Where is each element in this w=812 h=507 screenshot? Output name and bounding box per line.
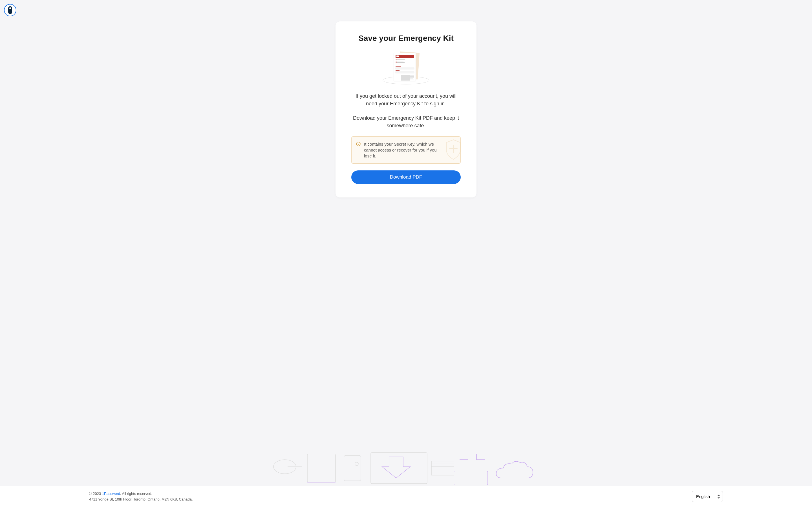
svg-rect-4: [396, 55, 399, 57]
card-title: Save your Emergency Kit: [351, 34, 461, 43]
svg-rect-17: [410, 75, 414, 76]
svg-point-5: [396, 59, 397, 60]
language-select[interactable]: English: [692, 491, 723, 502]
svg-rect-12: [396, 66, 401, 67]
svg-rect-26: [307, 454, 336, 482]
svg-rect-20: [410, 78, 413, 78]
brand-link[interactable]: 1Password: [102, 492, 120, 496]
svg-rect-13: [396, 68, 414, 69]
svg-rect-11: [396, 65, 414, 65]
svg-point-7: [396, 61, 397, 62]
download-pdf-button[interactable]: Download PDF: [351, 170, 461, 184]
app-logo: [4, 4, 16, 16]
page-footer: © 2023 1Password. All rights reserved. 4…: [0, 486, 812, 507]
svg-rect-27: [344, 455, 361, 481]
main-content: Save your Emergency Kit: [0, 0, 812, 231]
svg-point-23: [358, 143, 359, 144]
svg-rect-16: [401, 75, 410, 80]
svg-rect-18: [410, 76, 414, 77]
document-illustration: [351, 51, 461, 84]
background-decoration: [0, 451, 812, 485]
emergency-kit-card: Save your Emergency Kit: [336, 21, 476, 198]
footer-language: English: [692, 491, 812, 502]
info-icon: [356, 142, 361, 146]
svg-rect-15: [396, 71, 414, 73]
info-text: It contains your Secret Key, which we ca…: [364, 141, 444, 159]
footer-address: 4711 Yonge St, 10th Floor, Toronto, Onta…: [89, 497, 193, 502]
svg-rect-30: [432, 461, 454, 475]
svg-point-25: [273, 460, 296, 474]
copyright-suffix: . All rights reserved.: [120, 492, 152, 496]
svg-rect-10: [397, 62, 405, 63]
logo-keyhole-icon: [8, 6, 12, 14]
svg-rect-6: [397, 59, 405, 60]
svg-rect-8: [397, 61, 403, 61]
svg-rect-29: [371, 453, 427, 484]
svg-point-28: [355, 462, 358, 466]
footer-copyright: © 2023 1Password. All rights reserved. 4…: [0, 491, 193, 502]
description-text-1: If you get locked out of your account, y…: [351, 93, 461, 108]
svg-rect-14: [396, 70, 400, 71]
svg-rect-19: [410, 77, 414, 78]
svg-rect-21: [410, 79, 414, 79]
shield-plus-icon: [444, 138, 461, 162]
copyright-prefix: © 2023: [89, 492, 102, 496]
svg-point-9: [396, 62, 397, 63]
svg-rect-24: [358, 144, 359, 145]
emergency-kit-document-icon: [382, 51, 430, 84]
svg-rect-33: [454, 471, 488, 485]
info-callout: It contains your Secret Key, which we ca…: [351, 136, 461, 164]
description-text-2: Download your Emergency Kit PDF and keep…: [351, 114, 461, 129]
